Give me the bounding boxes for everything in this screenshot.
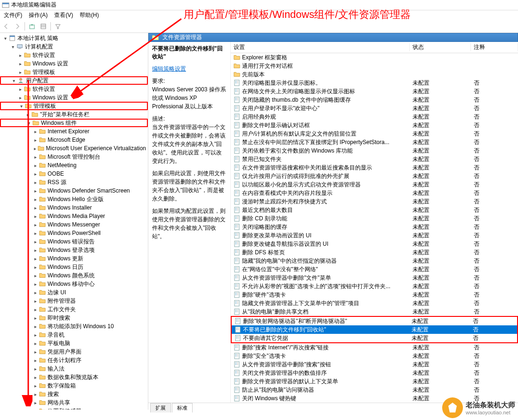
policy-row[interactable]: 禁用已知文件夹未配置否 [231,155,518,163]
policy-row[interactable]: 关闭隐藏的 thumbs.db 文件中的缩略图缓存未配置否 [231,96,518,104]
tree-leaf[interactable]: ▸Windows 更新 [0,254,148,263]
list-view-button[interactable] [38,21,49,32]
chevron-icon[interactable]: ▸ [32,231,39,236]
policy-row[interactable]: 隐藏文件资源管理器上下文菜单中的"管理"项目未配置否 [231,299,518,307]
chevron-icon[interactable]: ▸ [32,409,39,410]
tree-leaf[interactable]: ▸工作文件夹 [0,305,148,314]
chevron-icon[interactable]: ▸ [32,341,39,346]
tree-leaf[interactable]: ▸搜索 [0,390,148,398]
chevron-icon[interactable]: ▸ [32,315,39,321]
tree-item[interactable]: ▸软件设置 [0,85,148,93]
tree-item[interactable]: ▸"开始"菜单和任务栏 [0,110,148,119]
policy-row[interactable]: 从"我的电脑"删除共享文档未配置否 [231,307,518,316]
policy-row[interactable]: 删除更改菜单动画设置的 UI未配置否 [231,231,518,240]
tree-leaf[interactable]: ▸Windows PowerShell [0,229,148,237]
tree-leaf[interactable]: ▸录音机 [0,331,148,339]
tree-leaf[interactable]: ▸位置和传感器 [0,407,148,410]
tree-item[interactable]: ▸Windows 设置 [0,59,148,68]
policy-row[interactable]: 关闭缩略图显示并仅显示图标。未配置否 [231,79,518,87]
chevron-icon[interactable]: ▸ [32,299,39,304]
tree-leaf[interactable]: ▸Windows 移动中心 [0,280,148,288]
chevron-icon[interactable]: ▾ [10,78,17,83]
tree-leaf[interactable]: ▸Windows Hello 企业版 [0,195,148,203]
tree-leaf[interactable]: ▸将功能添加到 Windows 10 [0,322,148,331]
policy-row[interactable]: 删除"安全"选项卡未配置否 [231,352,518,360]
menu-view[interactable]: 查看(V) [51,11,76,20]
chevron-icon[interactable]: ▸ [32,358,39,363]
tree-leaf[interactable]: ▸OOBE [0,170,148,178]
policy-row[interactable]: 删除文件资源管理器的默认上下文菜单未配置否 [231,377,518,386]
chevron-icon[interactable]: ▸ [32,214,39,219]
chevron-icon[interactable]: ▸ [32,146,38,151]
chevron-icon[interactable]: ▾ [25,121,32,126]
chevron-icon[interactable]: ▸ [32,248,39,253]
policy-row[interactable]: 关闭依赖于索引文件数据的 Windows 库功能未配置否 [231,146,518,155]
tree-leaf[interactable]: ▸Windows Messenger [0,220,148,229]
tree-leaf[interactable]: ▸Windows 日历 [0,263,148,271]
chevron-icon[interactable]: ▸ [32,307,39,312]
chevron-icon[interactable]: ▸ [32,256,39,261]
chevron-icon[interactable]: ▸ [17,87,24,92]
chevron-icon[interactable]: ▸ [17,70,24,75]
chevron-icon[interactable]: ▸ [32,180,39,185]
tree-item[interactable]: ▸管理模板 [0,68,148,76]
chevron-icon[interactable]: ▸ [24,112,31,117]
policy-row[interactable]: 删除 CD 刻录功能未配置否 [231,214,518,223]
tree-leaf[interactable]: ▸Microsoft User Experience Virtualizatio… [0,144,148,153]
chevron-icon[interactable]: ▸ [17,61,24,66]
tree-windows-components[interactable]: ▾Windows 组件 [0,119,148,127]
policy-row[interactable]: 删除文件时显示确认对话框未配置否 [231,121,518,129]
filter-button[interactable] [53,21,63,32]
chevron-icon[interactable]: ▸ [32,163,39,168]
tree-computer-config[interactable]: ▾计算机配置 [0,42,148,51]
tree-leaf[interactable]: ▸NetMeeting [0,161,148,170]
tree-leaf[interactable]: ▸Windows 颜色系统 [0,271,148,280]
col-setting[interactable]: 设置 [231,43,410,51]
policy-row[interactable]: 以功能区最小化的显示方式启动文件资源管理器未配置否 [231,180,518,189]
chevron-icon[interactable]: ▾ [2,36,8,41]
chevron-icon[interactable]: ▸ [32,197,39,202]
list-folder-item[interactable]: 先前版本 [231,70,518,79]
menu-help[interactable]: 帮助(H) [77,11,102,20]
chevron-icon[interactable]: ▸ [32,375,39,380]
chevron-icon[interactable]: ▸ [32,332,39,338]
chevron-icon[interactable]: ▸ [32,205,39,210]
tree-user-config[interactable]: ▾用户配置 [0,76,148,85]
tree-leaf[interactable]: ▸Microsoft 管理控制台 [0,153,148,161]
policy-row[interactable]: 删除更改键盘导航指示器设置的 UI未配置否 [231,240,518,248]
tree-leaf[interactable]: ▸Windows 错误报告 [0,237,148,246]
policy-row[interactable]: 禁止在没有中间层的情况下直接绑定到 IPropertySetStora...未配… [231,138,518,146]
policy-row[interactable]: 删除"搜索 Internet"/"再次搜索"链接未配置否 [231,343,518,352]
tree-item[interactable]: ▸软件设置 [0,51,148,59]
chevron-icon[interactable]: ▸ [32,392,39,397]
tree-root[interactable]: ▾本地计算机 策略 [0,34,148,42]
policy-row[interactable]: 在文件资源管理器搜索框中关闭最近搜索条目的显示未配置否 [231,163,518,172]
policy-row[interactable]: 删除"映射网络驱动器"和"断开网络驱动器"未配置否 [232,317,517,325]
list-folder-item[interactable]: 通用打开文件对话框 [231,62,518,70]
tree-leaf[interactable]: ▸附件管理器 [0,297,148,305]
tab-standard[interactable]: 标准 [172,403,193,412]
tree-leaf[interactable]: ▸Windows Installer [0,203,148,212]
policy-row[interactable]: 防止从"我的电脑"访问驱动器未配置否 [231,386,518,394]
policy-row[interactable]: 隐藏"我的电脑"中的这些指定的驱动器未配置否 [231,257,518,265]
policy-row[interactable]: 在用户登录时不显示"欢迎中心"未配置否 [231,104,518,113]
policy-row[interactable]: 关闭缩略图的缓存未配置否 [231,223,518,231]
nav-tree[interactable]: ▾本地计算机 策略▾计算机配置▸软件设置▸Windows 设置▸管理模板▾用户配… [0,33,148,410]
policy-list[interactable]: Explorer 框架窗格通用打开文件对话框先前版本关闭缩略图显示并仅显示图标。… [231,53,518,403]
chevron-icon[interactable]: ▸ [32,129,39,134]
tree-leaf[interactable]: ▸即时搜索 [0,314,148,322]
tree-leaf[interactable]: ▸任务计划程序 [0,356,148,364]
policy-row[interactable]: 最近文档的最大数目未配置否 [231,206,518,214]
forward-button[interactable] [12,21,23,32]
list-folder-item[interactable]: Explorer 框架窗格 [231,53,518,62]
policy-row[interactable]: 启用经典外观未配置否 [231,113,518,121]
chevron-icon[interactable]: ▸ [32,137,39,143]
chevron-icon[interactable]: ▸ [32,349,39,355]
policy-row[interactable]: 删除"硬件"选项卡未配置否 [231,291,518,299]
tree-leaf[interactable]: ▸平板电脑 [0,339,148,347]
chevron-icon[interactable]: ▾ [9,44,16,49]
chevron-icon[interactable]: ▸ [32,154,39,160]
policy-row[interactable]: 在内容查看模式中关闭内容片段显示未配置否 [231,189,518,197]
policy-row[interactable]: 漫游时禁止跟踪外壳程序快捷方式未配置否 [231,197,518,206]
chevron-icon[interactable]: ▸ [17,53,24,58]
